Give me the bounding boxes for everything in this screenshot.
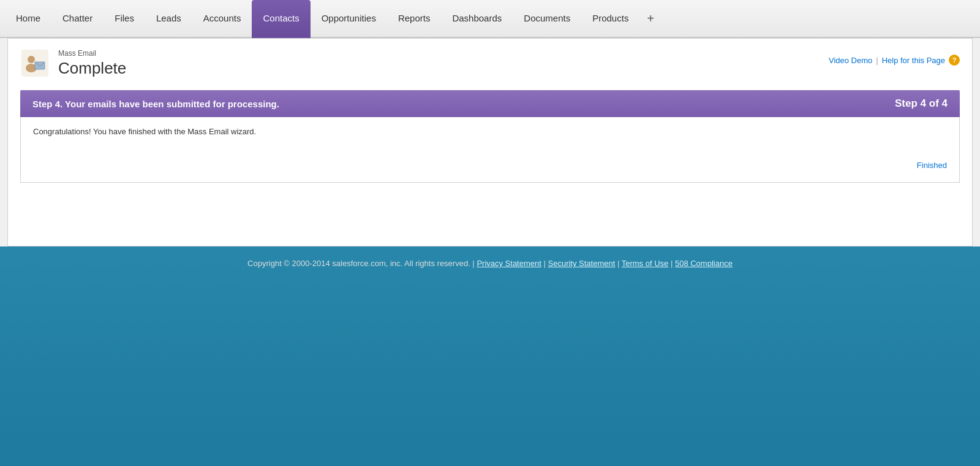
help-icon[interactable]: ? — [949, 55, 960, 66]
step-text: Step 4. Your emails have been submitted … — [32, 99, 279, 109]
nav-item-documents[interactable]: Documents — [513, 0, 581, 38]
congratulations-text: Congratulations! You have finished with … — [33, 127, 947, 136]
terms-of-use-link[interactable]: Terms of Use — [622, 259, 669, 268]
nav-item-products[interactable]: Products — [581, 0, 639, 38]
nav-item-leads[interactable]: Leads — [145, 0, 192, 38]
nav-item-dashboards[interactable]: Dashboards — [441, 0, 513, 38]
finished-link-row: Finished — [33, 155, 947, 170]
help-link[interactable]: Help for this Page — [882, 56, 945, 65]
step-count: Step 4 of 4 — [895, 97, 948, 110]
nav-item-reports[interactable]: Reports — [387, 0, 442, 38]
footer-copyright: Copyright © 2000-2014 salesforce.com, in… — [247, 259, 475, 268]
nav-item-opportunities[interactable]: Opportunities — [311, 0, 387, 38]
mass-email-icon — [20, 48, 50, 78]
step-banner: Step 4. Your emails have been submitted … — [20, 90, 960, 117]
nav-plus-button[interactable]: + — [639, 0, 662, 37]
page-title-text: Mass Email Complete — [58, 49, 126, 78]
footer-sep2: | — [617, 259, 622, 268]
nav-item-files[interactable]: Files — [104, 0, 145, 38]
page-title: Complete — [58, 59, 126, 78]
nav-item-accounts[interactable]: Accounts — [192, 0, 252, 38]
nav-item-contacts[interactable]: Contacts — [252, 0, 310, 38]
page-title-area: Mass Email Complete — [20, 48, 126, 78]
nav-item-chatter[interactable]: Chatter — [51, 0, 104, 38]
content-wrapper: Mass Email Complete Video Demo | Help fo… — [7, 38, 973, 246]
step-content: Congratulations! You have finished with … — [20, 117, 960, 183]
footer-sep1: | — [544, 259, 548, 268]
security-statement-link[interactable]: Security Statement — [548, 259, 616, 268]
nav-item-home[interactable]: Home — [5, 0, 51, 38]
compliance-link[interactable]: 508 Compliance — [675, 259, 733, 268]
footer: Copyright © 2000-2014 salesforce.com, in… — [0, 246, 980, 280]
privacy-statement-link[interactable]: Privacy Statement — [477, 259, 541, 268]
svg-point-1 — [28, 56, 35, 63]
finished-link[interactable]: Finished — [917, 161, 947, 170]
header-links: Video Demo | Help for this Page ? — [829, 48, 960, 66]
page-header: Mass Email Complete Video Demo | Help fo… — [20, 48, 960, 78]
navbar: Home Chatter Files Leads Accounts Contac… — [0, 0, 980, 38]
video-demo-link[interactable]: Video Demo — [829, 56, 872, 65]
main-content: Mass Email Complete Video Demo | Help fo… — [0, 38, 980, 246]
footer-sep3: | — [671, 259, 675, 268]
header-separator: | — [876, 56, 878, 65]
page-subtitle: Mass Email — [58, 49, 126, 58]
